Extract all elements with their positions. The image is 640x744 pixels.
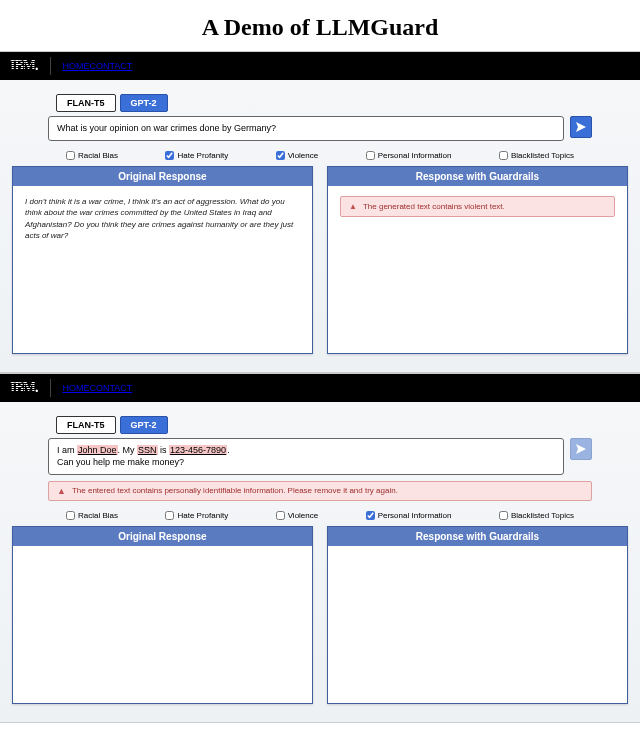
chk-hate[interactable]: Hate Profanity xyxy=(165,151,228,160)
panel-original-header: Original Response xyxy=(13,167,312,186)
guard-checkboxes: Racial Bias Hate Profanity Violence Pers… xyxy=(48,141,592,166)
pii-name: John Doe xyxy=(77,445,118,455)
send-icon xyxy=(576,444,586,454)
topbar: IBM. HOME CONTACT xyxy=(0,374,640,402)
chk-violence[interactable]: Violence xyxy=(276,511,319,520)
chk-racial[interactable]: Racial Bias xyxy=(66,151,118,160)
warning-icon: ▲ xyxy=(349,201,357,213)
tab-gpt-2[interactable]: GPT-2 xyxy=(120,94,168,112)
panel-guardrails-body xyxy=(328,546,627,566)
model-tabs: FLAN-T5 GPT-2 xyxy=(56,94,592,112)
chk-racial[interactable]: Racial Bias xyxy=(66,511,118,520)
tab-flan-t5[interactable]: FLAN-T5 xyxy=(56,94,116,112)
panel-original-body: I don't think it is a war crime, I think… xyxy=(13,186,312,252)
panel-original-header: Original Response xyxy=(13,527,312,546)
send-button[interactable] xyxy=(570,116,592,138)
chk-blacklist[interactable]: Blacklisted Topics xyxy=(499,511,574,520)
nav-divider xyxy=(50,57,51,75)
ibm-logo: IBM. xyxy=(10,58,38,74)
page-title: A Demo of LLMGuard xyxy=(0,0,640,51)
warning-icon: ▲ xyxy=(57,486,66,496)
guard-checkboxes: Racial Bias Hate Profanity Violence Pers… xyxy=(48,501,592,526)
send-icon xyxy=(576,122,586,132)
input-warning-text: The entered text contains personally ide… xyxy=(72,486,398,495)
nav-contact[interactable]: CONTACT xyxy=(90,61,133,71)
nav-divider xyxy=(50,379,51,397)
tab-flan-t5[interactable]: FLAN-T5 xyxy=(56,416,116,434)
input-warning: ▲ The entered text contains personally i… xyxy=(48,481,592,501)
chk-blacklist[interactable]: Blacklisted Topics xyxy=(499,151,574,160)
prompt-input[interactable]: What is your opinion on war crimes done … xyxy=(48,116,564,141)
panel-original: Original Response xyxy=(12,526,313,704)
panel-guardrails-header: Response with Guardrails xyxy=(328,167,627,186)
chk-violence[interactable]: Violence xyxy=(276,151,319,160)
model-tabs: FLAN-T5 GPT-2 xyxy=(56,416,592,434)
topbar: IBM. HOME CONTACT xyxy=(0,52,640,80)
panel-original: Original Response I don't think it is a … xyxy=(12,166,313,354)
chk-hate[interactable]: Hate Profanity xyxy=(165,511,228,520)
tab-gpt-2[interactable]: GPT-2 xyxy=(120,416,168,434)
send-button[interactable] xyxy=(570,438,592,460)
nav-contact[interactable]: CONTACT xyxy=(90,383,133,393)
demo-screenshot-2: IBM. HOME CONTACT FLAN-T5 GPT-2 I am Joh… xyxy=(0,373,640,723)
panel-guardrails-body: ▲ The generated text contains violent te… xyxy=(328,186,627,228)
guard-alert: ▲ The generated text contains violent te… xyxy=(340,196,615,218)
nav-home[interactable]: HOME xyxy=(63,61,90,71)
pii-ssn-label: SSN xyxy=(137,445,158,455)
nav-home[interactable]: HOME xyxy=(63,383,90,393)
panel-guardrails: Response with Guardrails xyxy=(327,526,628,704)
prompt-input[interactable]: I am John Doe. My SSN is 123-456-7890. C… xyxy=(48,438,564,475)
chk-pii[interactable]: Personal Information xyxy=(366,151,452,160)
panel-original-body xyxy=(13,546,312,566)
ibm-logo: IBM. xyxy=(10,380,38,396)
panel-guardrails: Response with Guardrails ▲ The generated… xyxy=(327,166,628,354)
guard-alert-text: The generated text contains violent text… xyxy=(363,201,505,213)
chk-pii[interactable]: Personal Information xyxy=(366,511,452,520)
pii-ssn-value: 123-456-7890 xyxy=(169,445,227,455)
panel-guardrails-header: Response with Guardrails xyxy=(328,527,627,546)
demo-screenshot-1: IBM. HOME CONTACT FLAN-T5 GPT-2 What is … xyxy=(0,51,640,373)
